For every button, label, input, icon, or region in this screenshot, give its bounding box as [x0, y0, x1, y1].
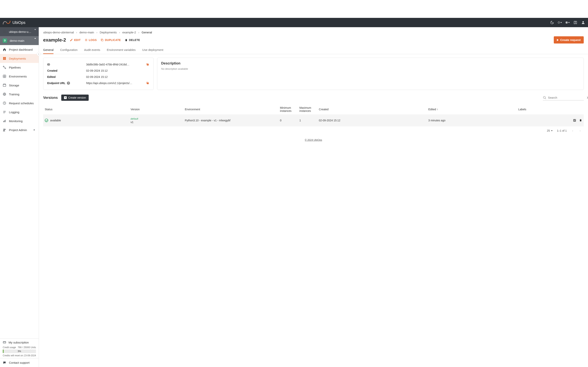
svg-rect-7 — [4, 32, 4, 32]
admin-icon — [3, 128, 6, 132]
org-icon — [3, 30, 6, 33]
col-min[interactable]: Minimum instances — [278, 104, 298, 114]
help-icon[interactable]: ? — [67, 82, 70, 85]
footer-link[interactable]: © 2024 UbiOps — [305, 138, 322, 141]
sidebar-item-label: Request schedules — [9, 101, 36, 105]
table-row[interactable]: available defaultv1 Python3.10 - example… — [43, 114, 584, 126]
delete-button[interactable]: DELETE — [125, 38, 140, 42]
row-delete-button[interactable] — [579, 119, 582, 122]
brand[interactable]: UbiOps — [3, 20, 26, 25]
description-empty: No description available — [161, 67, 580, 70]
create-request-button[interactable]: Create request — [554, 36, 584, 43]
chevron-down-icon — [35, 30, 36, 33]
duplicate-button[interactable]: DUPLICATE — [101, 38, 121, 42]
sidebar-item-label: Logging — [9, 110, 36, 114]
environment-cell: Python3.10 - example - v1 - mlwxgybf — [183, 114, 278, 126]
svg-rect-24 — [3, 342, 6, 343]
home-icon — [3, 48, 6, 51]
svg-rect-11 — [3, 59, 4, 60]
sidebar-item-pipelines[interactable]: Pipelines — [0, 63, 39, 72]
chevron-right-icon: › — [119, 31, 120, 34]
tab-configuration[interactable]: Configuration — [60, 46, 78, 54]
description-title: Description — [161, 61, 580, 66]
status-text: available — [50, 119, 61, 122]
sidebar-item-monitoring[interactable]: Monitoring — [0, 117, 39, 125]
version-name: v1 — [131, 121, 182, 124]
edited-cell: 3 minutes ago — [427, 114, 517, 126]
tab-general[interactable]: General — [43, 46, 53, 54]
breadcrumb-item[interactable]: ubiops-demo-ubinternal — [43, 31, 74, 34]
environments-icon — [3, 75, 6, 78]
sidebar-item-schedules[interactable]: Request schedules — [0, 99, 39, 108]
svg-rect-12 — [5, 59, 6, 60]
topbar: UbiOps — [0, 18, 588, 27]
col-environment[interactable]: Environment — [183, 104, 278, 114]
breadcrumb-item[interactable]: demo-main — [79, 31, 94, 34]
project-selector[interactable]: D demo-main — [0, 36, 39, 45]
breadcrumb: ubiops-demo-ubinternal› demo-main› Deplo… — [39, 27, 588, 35]
description-card: Description No description available — [157, 58, 584, 90]
row-check-button[interactable] — [573, 119, 576, 122]
credit-label: Credit usage — [3, 346, 16, 349]
sidebar-item-label: Pipelines — [9, 66, 36, 69]
reset-date: 23-09-2024 — [24, 354, 36, 357]
id-value: 3dd9c56b-3a92-47bb-8f4d-2416d… — [86, 63, 144, 66]
chevron-right-icon: › — [138, 31, 139, 34]
breadcrumb-item[interactable]: example-2 — [122, 31, 136, 34]
col-version[interactable]: Version — [129, 104, 183, 114]
sidebar-item-storage[interactable]: Storage — [0, 81, 39, 90]
breadcrumb-item[interactable]: Deployments — [100, 31, 117, 34]
create-menu[interactable] — [565, 20, 570, 25]
sidebar-item-dashboard[interactable]: Project dashboard — [0, 45, 39, 54]
play-icon — [557, 39, 559, 41]
sidebar-item-deployments[interactable]: Deployments — [0, 54, 39, 63]
per-page-selector[interactable]: 25 — [547, 129, 553, 132]
search-wrap — [543, 95, 584, 100]
edit-button[interactable]: EDIT — [70, 38, 80, 42]
max-cell: 1 — [298, 114, 317, 126]
versions-title: Versions — [43, 96, 58, 100]
tab-use-deployment[interactable]: Use deployment — [142, 46, 163, 54]
plus-icon: + — [64, 96, 67, 99]
sidebar-item-training[interactable]: Training — [0, 90, 39, 99]
theme-toggle-icon[interactable] — [550, 20, 554, 25]
brand-text: UbiOps — [12, 20, 26, 25]
create-version-button[interactable]: +Create version — [61, 95, 89, 101]
sidebar-item-environments[interactable]: Environments — [0, 72, 39, 81]
svg-point-3 — [583, 21, 584, 23]
col-edited[interactable]: Edited↑ — [427, 104, 517, 114]
col-labels[interactable]: Labels — [517, 104, 566, 114]
credit-progress: 3% — [3, 350, 36, 353]
sidebar-item-support[interactable]: Contact support — [0, 358, 39, 367]
next-page-button[interactable]: › — [579, 129, 582, 132]
col-max[interactable]: Maximum instances — [298, 104, 317, 114]
svg-rect-21 — [5, 120, 5, 122]
svg-point-23 — [5, 129, 6, 130]
sidebar-item-admin[interactable]: Project Admin — [0, 125, 39, 134]
org-name: ubiops-demo-u… — [9, 30, 32, 33]
logo-icon — [3, 20, 10, 25]
svg-rect-27 — [147, 83, 148, 84]
id-label: ID — [47, 63, 86, 66]
account-icon[interactable] — [581, 20, 585, 25]
prev-page-button[interactable]: ‹ — [571, 129, 574, 132]
tab-audit-events[interactable]: Audit events — [84, 46, 100, 54]
help-menu[interactable] — [558, 20, 562, 25]
org-selector[interactable]: ubiops-demo-u… — [0, 27, 39, 36]
training-icon — [3, 92, 6, 96]
copy-endpoint-button[interactable] — [146, 82, 149, 85]
subscription-title: My subscription — [9, 341, 29, 344]
clear-search-button[interactable] — [587, 96, 588, 99]
logs-button[interactable]: LOGS — [85, 38, 97, 42]
chevron-down-icon — [560, 22, 562, 23]
search-input[interactable] — [548, 96, 585, 99]
docs-icon[interactable] — [573, 20, 578, 25]
endpoint-value: https://api.ubiops.com/v2.1/projects/… — [86, 82, 144, 85]
col-created[interactable]: Created — [317, 104, 427, 114]
col-status[interactable]: Status — [43, 104, 129, 114]
tab-env-vars[interactable]: Environment variables — [107, 46, 136, 54]
sidebar-item-logging[interactable]: Logging — [0, 108, 39, 117]
copy-id-button[interactable] — [146, 63, 149, 66]
sidebar-collapse-button[interactable]: ‹ — [37, 52, 41, 56]
chevron-down-icon — [551, 130, 553, 131]
